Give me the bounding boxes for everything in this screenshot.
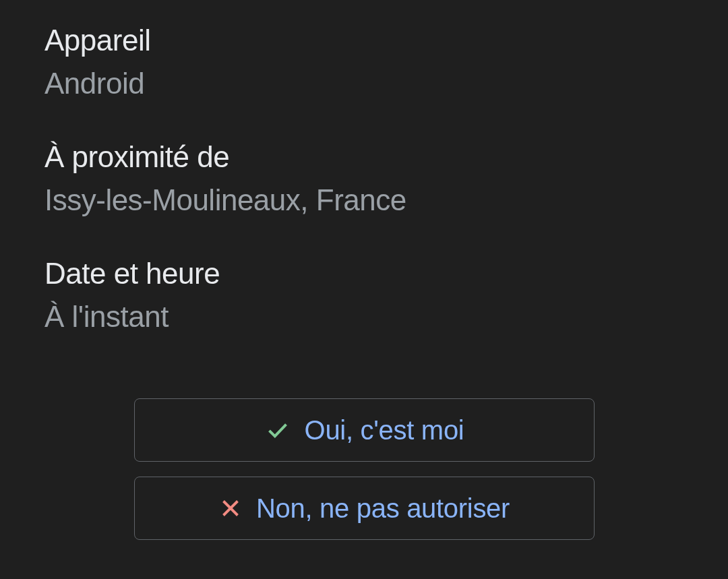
location-label: À proximité de — [44, 138, 684, 175]
location-section: À proximité de Issy-les-Moulineaux, Fran… — [44, 138, 684, 222]
datetime-value: À l'instant — [44, 295, 684, 339]
confirm-button[interactable]: Oui, c'est moi — [134, 398, 595, 462]
confirm-button-label: Oui, c'est moi — [305, 415, 464, 446]
device-section: Appareil Android — [44, 22, 684, 106]
datetime-label: Date et heure — [44, 255, 684, 292]
deny-button-label: Non, ne pas autoriser — [256, 493, 510, 524]
action-buttons-area: Oui, c'est moi Non, ne pas autoriser — [44, 398, 684, 540]
x-icon — [218, 496, 243, 520]
device-label: Appareil — [44, 22, 684, 59]
device-value: Android — [44, 61, 684, 106]
location-value: Issy-les-Moulineaux, France — [44, 178, 684, 222]
datetime-section: Date et heure À l'instant — [44, 255, 684, 339]
deny-button[interactable]: Non, ne pas autoriser — [134, 477, 595, 540]
signin-verification-panel: Appareil Android À proximité de Issy-les… — [0, 0, 728, 540]
check-icon — [264, 417, 291, 444]
